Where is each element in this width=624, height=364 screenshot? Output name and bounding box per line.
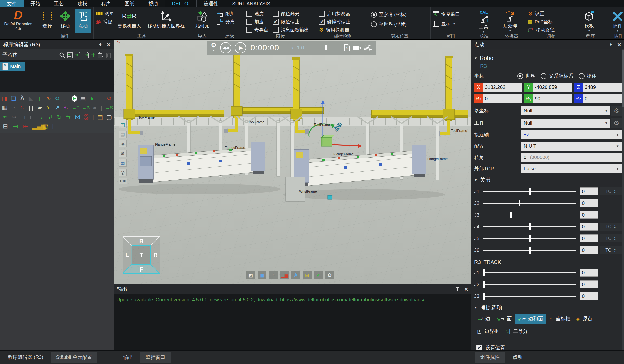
- view-cube-left[interactable]: L: [125, 252, 129, 258]
- approach-axis-dropdown[interactable]: +Z▼: [521, 130, 622, 139]
- template-dropdown[interactable]: 模板 ▼: [578, 9, 600, 33]
- measure-button[interactable]: 测量: [96, 10, 114, 17]
- folder-icon[interactable]: ▰: [37, 105, 42, 111]
- close-icon[interactable]: ×: [464, 287, 468, 292]
- editor-tool-icon[interactable]: Ä: [19, 95, 25, 102]
- snap-options-header[interactable]: ▼捕捉选项: [474, 304, 622, 311]
- move-path-button[interactable]: 移动路径: [528, 26, 555, 34]
- rx-rotation-field[interactable]: [483, 94, 522, 103]
- j4-slider[interactable]: [483, 226, 576, 227]
- view-cube-right[interactable]: R: [154, 252, 158, 258]
- viewport-3d[interactable]: 点动 ToolFrame FlangeFrame ToolFrame Flang…: [114, 40, 471, 284]
- editor-tool-icon[interactable]: ≣: [98, 95, 104, 102]
- accel-checkbox[interactable]: 加速: [246, 18, 268, 25]
- checklist-icon[interactable]: [67, 52, 73, 58]
- tab-monitor-window[interactable]: 监控窗口: [140, 352, 171, 363]
- editor-tool-icon[interactable]: ∿: [63, 105, 69, 111]
- tab-staubli-cell-config[interactable]: Stäubli 单元配置: [51, 352, 97, 363]
- viewport-settings-icon[interactable]: ⚙: [325, 271, 334, 279]
- enable-detector-checkbox[interactable]: 启用探测器: [319, 10, 350, 17]
- editor-tool-icon[interactable]: ∽: [11, 105, 16, 111]
- select-button[interactable]: 选择: [39, 9, 56, 33]
- menu-drawing[interactable]: 图纸: [118, 0, 141, 7]
- search-icon[interactable]: [59, 52, 65, 58]
- pan-view-icon[interactable]: ⊕: [119, 150, 127, 157]
- j3-slider[interactable]: [483, 215, 576, 215]
- editor-tool-icon[interactable]: ⇤: [22, 123, 29, 130]
- copy-icon[interactable]: [98, 52, 104, 58]
- chart-overlay-icon[interactable]: ▂▅: [280, 271, 289, 279]
- tab-program-editor[interactable]: 程序编辑器 (R3): [2, 352, 49, 363]
- track-j2-value-field[interactable]: [580, 280, 598, 288]
- tab-component-properties[interactable]: 组件属性: [475, 352, 505, 363]
- editor-tool-icon[interactable]: ↗: [54, 105, 60, 111]
- view-cube-front[interactable]: F: [140, 267, 143, 273]
- configuration-dropdown[interactable]: N U T▼: [521, 142, 622, 151]
- menu-modeling[interactable]: 建模: [71, 0, 94, 7]
- view-preset-icon[interactable]: ▦: [119, 159, 127, 167]
- editor-play-icon[interactable]: ▶: [72, 95, 77, 102]
- message-panel-output-checkbox[interactable]: 消息面板输出: [273, 26, 309, 34]
- menu-file[interactable]: 文件: [0, 0, 24, 7]
- playback-settings-icon[interactable]: ⚙▼: [211, 42, 217, 53]
- editor-tool-icon[interactable]: ●: [92, 105, 98, 111]
- j4-to-button[interactable]: TO▲▼: [600, 223, 622, 230]
- record-video-icon[interactable]: [353, 45, 362, 50]
- pin-icon[interactable]: Ŧ: [99, 41, 102, 48]
- move-button[interactable]: 移动: [57, 9, 74, 33]
- snap-face-button[interactable]: ↘▱面: [493, 314, 515, 324]
- j5-to-button[interactable]: TO▲▼: [600, 234, 622, 242]
- minimize-icon[interactable]: —: [615, 1, 620, 7]
- detach-button[interactable]: 分离: [217, 18, 235, 25]
- tool-calibration-dropdown[interactable]: CAL 工具 ▼: [473, 9, 494, 33]
- add-subprogram-icon[interactable]: +: [91, 52, 95, 58]
- editor-tool-icon[interactable]: ◣: [28, 95, 34, 102]
- scrollbar[interactable]: [622, 49, 624, 350]
- stop-icon[interactable]: Ⓢ: [83, 114, 89, 120]
- import-program-icon[interactable]: [75, 52, 81, 58]
- pdf-export-icon[interactable]: A: [344, 44, 350, 51]
- menu-surf-analysis[interactable]: SURF ANALYSIS: [225, 0, 277, 7]
- frames-visibility-icon[interactable]: ▣: [258, 271, 266, 279]
- section-view-icon[interactable]: ◎: [119, 169, 127, 176]
- move-robot-world-frame-button[interactable]: 移动机器人世界框: [144, 9, 188, 33]
- snap-edge-and-face-button[interactable]: ↙▱边和面: [515, 314, 546, 324]
- to-world-radio[interactable]: 至世界 (坐标): [371, 20, 407, 28]
- editor-tool-icon[interactable]: ∿: [46, 95, 51, 102]
- snap-button[interactable]: ◉捕捉: [96, 18, 114, 25]
- zoom-window-icon[interactable]: ▤: [119, 131, 127, 138]
- document-icon[interactable]: ▢: [106, 114, 112, 120]
- snap-origin-button[interactable]: ◈原点: [573, 314, 595, 324]
- turn-field[interactable]: 0(000000): [521, 153, 622, 162]
- wait-icon[interactable]: ⋈: [74, 114, 80, 120]
- close-icon[interactable]: ×: [617, 42, 621, 47]
- swap-robot-button[interactable]: R⇄R 更换机器人: [115, 9, 143, 33]
- editor-tool-icon[interactable]: →B: [82, 105, 89, 111]
- editor-tool-icon[interactable]: →T: [72, 105, 79, 111]
- editor-tool-icon[interactable]: ❏: [11, 95, 16, 102]
- editor-tool-icon[interactable]: →S: [105, 105, 112, 111]
- j3-value-field[interactable]: [580, 211, 598, 219]
- view-cube-back[interactable]: B: [139, 238, 143, 245]
- animation-export-icon[interactable]: [364, 45, 372, 51]
- tool-frame-gear-icon[interactable]: ⚙: [611, 118, 622, 128]
- j6-to-button[interactable]: TO▲▼: [600, 246, 622, 254]
- j2-slider[interactable]: [483, 203, 576, 204]
- update-message[interactable]: Update available. Current version: 4.5.0…: [114, 294, 471, 305]
- editor-tool-icon[interactable]: ↻: [54, 95, 60, 102]
- clipboard-icon[interactable]: ▤: [97, 114, 103, 120]
- ry-rotation-field[interactable]: [533, 94, 572, 103]
- print-icon[interactable]: ⊟: [2, 123, 9, 130]
- snap-bisect-button[interactable]: ↘|二等分: [502, 326, 531, 336]
- annotations-icon[interactable]: A: [291, 271, 300, 279]
- j2-value-field[interactable]: [580, 199, 598, 207]
- editor-tool-icon[interactable]: ↪: [11, 114, 17, 120]
- y-position-field[interactable]: [533, 83, 572, 92]
- add-frame-icon[interactable]: ⊞: [303, 271, 312, 279]
- sub-level-button[interactable]: SUB: [119, 178, 127, 184]
- editor-tool-icon[interactable]: ↓: [37, 95, 43, 102]
- limit-stop-checkbox[interactable]: 限位停止: [273, 18, 309, 25]
- track-j2-slider[interactable]: [483, 284, 576, 285]
- snap-bounding-box-button[interactable]: ◳边界框: [474, 326, 502, 336]
- pnp-frame-button[interactable]: ▩PnP坐标: [528, 18, 555, 25]
